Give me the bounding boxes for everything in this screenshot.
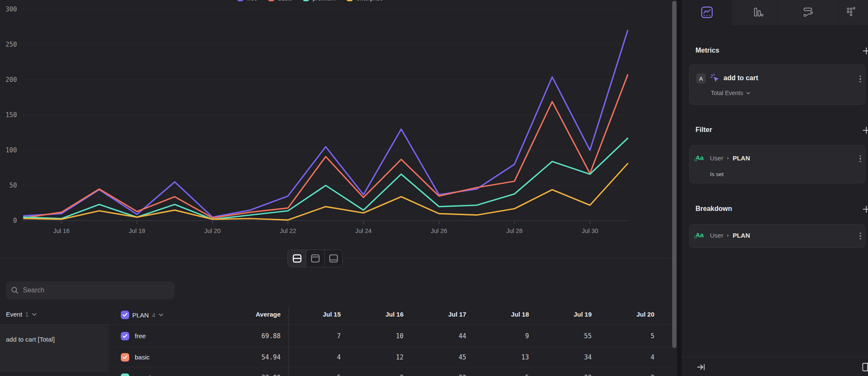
sidebar-footer-divider — [682, 356, 868, 357]
top-panel-view-icon — [311, 254, 320, 263]
text-property-icon: Aa — [696, 154, 704, 161]
layout-toggle-top-panel-view[interactable] — [306, 250, 324, 267]
average-value: 54.94 — [230, 354, 281, 361]
cell-value: 34 — [541, 354, 592, 361]
cell-value: 12 — [353, 354, 403, 361]
table-row[interactable]: basic 54.944124513344 — [0, 347, 672, 368]
panel-divider — [677, 0, 682, 376]
more-charts-icon — [846, 7, 857, 18]
cell-value: 13 — [478, 354, 529, 361]
text-property-icon: Aa — [696, 231, 704, 239]
x-axis-tick-label: Jul 28 — [506, 227, 523, 234]
y-axis-tick-label: 150 — [6, 111, 17, 119]
filter-section-title: Filter — [696, 126, 712, 134]
tab-flow-chart[interactable] — [782, 0, 833, 25]
y-axis-tick-label: 250 — [6, 41, 17, 48]
cell-value: 5 — [604, 332, 654, 340]
cell-value: 45 — [415, 354, 466, 361]
y-axis-tick-label: 100 — [6, 146, 17, 154]
metric-letter-badge: A — [696, 73, 706, 84]
x-axis-tick-label: Jul 24 — [355, 227, 372, 234]
filter-condition[interactable]: Is set — [710, 171, 723, 177]
x-axis-tick-label: Jul 26 — [431, 227, 447, 234]
average-column-divider — [288, 307, 289, 376]
cell-value: 44 — [415, 332, 466, 340]
metric-measure-dropdown[interactable]: Total Events — [711, 90, 751, 96]
tab-line-chart[interactable] — [682, 0, 732, 25]
plan-checkbox[interactable] — [121, 373, 129, 376]
x-axis-tick-label: Jul 18 — [129, 227, 145, 234]
cell-value: 4 — [604, 354, 654, 361]
search-box[interactable] — [6, 281, 175, 299]
table-header: Event 1 PLAN 4 Average Jul 15Jul 16Jul 1… — [0, 307, 672, 324]
filter-options-kebab-icon[interactable] — [857, 154, 864, 163]
add-breakdown-button[interactable] — [861, 204, 868, 214]
cell-value: 10 — [353, 332, 403, 340]
search-icon — [11, 286, 19, 294]
plan-checkbox[interactable] — [121, 332, 129, 340]
date-column-header: Jul 20 — [604, 311, 654, 318]
series-line-free[interactable] — [24, 31, 628, 217]
average-column-header: Average — [230, 311, 281, 318]
tab-more-charts[interactable] — [833, 0, 868, 25]
cell-value: 7 — [290, 332, 341, 340]
vertical-scrollbar[interactable] — [672, 1, 676, 348]
search-input[interactable] — [23, 286, 159, 294]
metric-card[interactable]: A add to cart Total Events — [689, 65, 865, 105]
tab-bar-chart[interactable] — [732, 0, 782, 25]
y-axis-tick-label: 300 — [6, 6, 17, 13]
cursor-click-icon — [710, 73, 720, 83]
chevron-down-icon — [746, 92, 751, 95]
breakdown-card[interactable]: Aa User PLAN — [689, 224, 865, 248]
add-filter-button[interactable] — [861, 125, 868, 135]
cell-value: 4 — [290, 354, 341, 361]
breakdown-scope-label: User — [710, 232, 723, 239]
line-chart[interactable]: 050100150200250300Jul 16Jul 18Jul 20Jul … — [0, 0, 672, 238]
y-axis-tick-label: 50 — [9, 182, 17, 189]
x-axis-tick-label: Jul 22 — [280, 227, 296, 234]
bar-chart-icon — [752, 7, 763, 18]
plan-column-header[interactable]: PLAN 4 — [121, 311, 164, 319]
plan-label: free — [135, 332, 146, 340]
chevron-down-icon — [32, 313, 37, 316]
metrics-section-title: Metrics — [696, 47, 719, 54]
plan-select-all-checkbox[interactable] — [121, 311, 129, 319]
cell-value: 23 — [541, 374, 592, 376]
plan-checkbox[interactable] — [121, 353, 129, 362]
breakdown-section-title: Breakdown — [696, 205, 732, 213]
chart-type-tabbar — [682, 0, 868, 25]
x-axis-tick-label: Jul 30 — [582, 227, 598, 234]
series-line-enterprise[interactable] — [24, 164, 628, 220]
metric-options-kebab-icon[interactable] — [857, 74, 864, 84]
cell-value: 5 — [478, 374, 529, 376]
collapse-panel-icon[interactable] — [696, 362, 706, 372]
plan-header-label: PLAN — [132, 311, 149, 319]
plan-header-count: 4 — [152, 311, 155, 319]
bottom-panel-view-icon — [329, 254, 338, 263]
breakdown-options-kebab-icon[interactable] — [857, 231, 864, 241]
filter-card[interactable]: Aa User PLAN Is set — [689, 145, 865, 183]
plan-label: premium — [135, 374, 159, 376]
cell-value: 9 — [478, 332, 529, 340]
line-chart-icon — [701, 6, 713, 18]
y-axis-tick-label: 0 — [13, 217, 17, 224]
filter-scope-label: User — [710, 154, 723, 162]
split-rows-view-icon — [292, 254, 302, 263]
average-value: 33.00 — [230, 374, 281, 376]
chart-and-table-panel: free basic premium enterprise 0501001502… — [0, 0, 677, 376]
event-column-header[interactable]: Event 1 — [6, 311, 37, 318]
breakdown-property-label: PLAN — [733, 232, 750, 239]
layout-toggle-split-rows-view[interactable] — [288, 250, 306, 267]
metric-measure-label: Total Events — [711, 90, 743, 96]
cell-value: 3 — [353, 374, 403, 376]
metric-event-name: add to cart — [723, 74, 758, 82]
date-column-header: Jul 19 — [541, 311, 592, 318]
cell-value: 5 — [290, 374, 341, 376]
layout-columns-icon[interactable] — [862, 362, 868, 372]
table-row[interactable]: premium 33.0053235232 — [0, 368, 672, 376]
date-column-header: Jul 17 — [415, 311, 466, 318]
cell-value: 55 — [541, 332, 592, 340]
table-row[interactable]: free 69.88710449555 — [0, 325, 672, 347]
add-metric-button[interactable] — [861, 46, 868, 56]
layout-toggle-bottom-panel-view[interactable] — [324, 250, 342, 267]
